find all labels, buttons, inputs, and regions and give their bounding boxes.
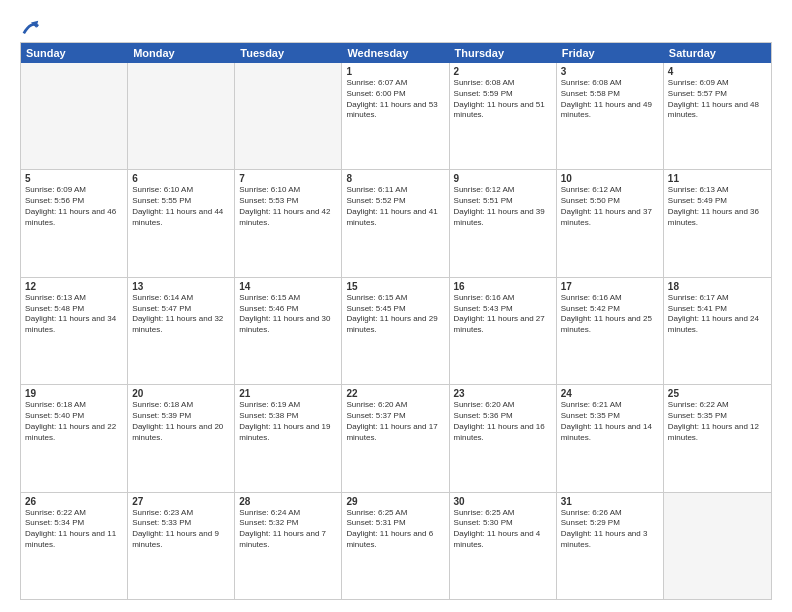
day-number: 7 xyxy=(239,173,337,184)
day-number: 17 xyxy=(561,281,659,292)
cell-info: Sunrise: 6:24 AM Sunset: 5:32 PM Dayligh… xyxy=(239,508,337,551)
calendar-row: 1Sunrise: 6:07 AM Sunset: 6:00 PM Daylig… xyxy=(21,63,771,170)
cell-info: Sunrise: 6:15 AM Sunset: 5:46 PM Dayligh… xyxy=(239,293,337,336)
cell-info: Sunrise: 6:23 AM Sunset: 5:33 PM Dayligh… xyxy=(132,508,230,551)
day-number: 25 xyxy=(668,388,767,399)
day-number: 13 xyxy=(132,281,230,292)
page: SundayMondayTuesdayWednesdayThursdayFrid… xyxy=(0,0,792,612)
calendar-cell: 25Sunrise: 6:22 AM Sunset: 5:35 PM Dayli… xyxy=(664,385,771,491)
calendar-cell xyxy=(128,63,235,169)
header xyxy=(20,18,772,36)
cell-info: Sunrise: 6:26 AM Sunset: 5:29 PM Dayligh… xyxy=(561,508,659,551)
day-number: 26 xyxy=(25,496,123,507)
day-number: 29 xyxy=(346,496,444,507)
calendar-cell: 18Sunrise: 6:17 AM Sunset: 5:41 PM Dayli… xyxy=(664,278,771,384)
cell-info: Sunrise: 6:12 AM Sunset: 5:50 PM Dayligh… xyxy=(561,185,659,228)
calendar: SundayMondayTuesdayWednesdayThursdayFrid… xyxy=(20,42,772,600)
cell-info: Sunrise: 6:14 AM Sunset: 5:47 PM Dayligh… xyxy=(132,293,230,336)
day-number: 3 xyxy=(561,66,659,77)
calendar-cell: 10Sunrise: 6:12 AM Sunset: 5:50 PM Dayli… xyxy=(557,170,664,276)
calendar-row: 5Sunrise: 6:09 AM Sunset: 5:56 PM Daylig… xyxy=(21,170,771,277)
cell-info: Sunrise: 6:18 AM Sunset: 5:39 PM Dayligh… xyxy=(132,400,230,443)
day-number: 31 xyxy=(561,496,659,507)
calendar-cell: 9Sunrise: 6:12 AM Sunset: 5:51 PM Daylig… xyxy=(450,170,557,276)
cell-info: Sunrise: 6:20 AM Sunset: 5:36 PM Dayligh… xyxy=(454,400,552,443)
day-number: 8 xyxy=(346,173,444,184)
day-number: 16 xyxy=(454,281,552,292)
day-number: 23 xyxy=(454,388,552,399)
day-number: 22 xyxy=(346,388,444,399)
calendar-cell: 16Sunrise: 6:16 AM Sunset: 5:43 PM Dayli… xyxy=(450,278,557,384)
weekday-header: Tuesday xyxy=(235,43,342,63)
calendar-cell: 22Sunrise: 6:20 AM Sunset: 5:37 PM Dayli… xyxy=(342,385,449,491)
calendar-cell: 13Sunrise: 6:14 AM Sunset: 5:47 PM Dayli… xyxy=(128,278,235,384)
weekday-header: Saturday xyxy=(664,43,771,63)
day-number: 2 xyxy=(454,66,552,77)
cell-info: Sunrise: 6:13 AM Sunset: 5:49 PM Dayligh… xyxy=(668,185,767,228)
day-number: 6 xyxy=(132,173,230,184)
weekday-header: Thursday xyxy=(450,43,557,63)
calendar-cell xyxy=(664,493,771,599)
calendar-cell: 27Sunrise: 6:23 AM Sunset: 5:33 PM Dayli… xyxy=(128,493,235,599)
calendar-cell xyxy=(21,63,128,169)
calendar-cell: 5Sunrise: 6:09 AM Sunset: 5:56 PM Daylig… xyxy=(21,170,128,276)
day-number: 15 xyxy=(346,281,444,292)
cell-info: Sunrise: 6:20 AM Sunset: 5:37 PM Dayligh… xyxy=(346,400,444,443)
logo-icon xyxy=(22,18,40,36)
calendar-cell: 6Sunrise: 6:10 AM Sunset: 5:55 PM Daylig… xyxy=(128,170,235,276)
cell-info: Sunrise: 6:18 AM Sunset: 5:40 PM Dayligh… xyxy=(25,400,123,443)
day-number: 18 xyxy=(668,281,767,292)
cell-info: Sunrise: 6:12 AM Sunset: 5:51 PM Dayligh… xyxy=(454,185,552,228)
calendar-cell: 2Sunrise: 6:08 AM Sunset: 5:59 PM Daylig… xyxy=(450,63,557,169)
day-number: 5 xyxy=(25,173,123,184)
calendar-cell xyxy=(235,63,342,169)
calendar-cell: 11Sunrise: 6:13 AM Sunset: 5:49 PM Dayli… xyxy=(664,170,771,276)
day-number: 20 xyxy=(132,388,230,399)
cell-info: Sunrise: 6:16 AM Sunset: 5:42 PM Dayligh… xyxy=(561,293,659,336)
weekday-header: Sunday xyxy=(21,43,128,63)
calendar-cell: 8Sunrise: 6:11 AM Sunset: 5:52 PM Daylig… xyxy=(342,170,449,276)
calendar-row: 26Sunrise: 6:22 AM Sunset: 5:34 PM Dayli… xyxy=(21,493,771,599)
cell-info: Sunrise: 6:07 AM Sunset: 6:00 PM Dayligh… xyxy=(346,78,444,121)
day-number: 9 xyxy=(454,173,552,184)
day-number: 12 xyxy=(25,281,123,292)
cell-info: Sunrise: 6:22 AM Sunset: 5:35 PM Dayligh… xyxy=(668,400,767,443)
logo xyxy=(20,18,40,36)
cell-info: Sunrise: 6:16 AM Sunset: 5:43 PM Dayligh… xyxy=(454,293,552,336)
calendar-cell: 29Sunrise: 6:25 AM Sunset: 5:31 PM Dayli… xyxy=(342,493,449,599)
calendar-cell: 19Sunrise: 6:18 AM Sunset: 5:40 PM Dayli… xyxy=(21,385,128,491)
day-number: 21 xyxy=(239,388,337,399)
day-number: 27 xyxy=(132,496,230,507)
cell-info: Sunrise: 6:10 AM Sunset: 5:53 PM Dayligh… xyxy=(239,185,337,228)
calendar-cell: 17Sunrise: 6:16 AM Sunset: 5:42 PM Dayli… xyxy=(557,278,664,384)
day-number: 11 xyxy=(668,173,767,184)
day-number: 1 xyxy=(346,66,444,77)
day-number: 10 xyxy=(561,173,659,184)
calendar-cell: 4Sunrise: 6:09 AM Sunset: 5:57 PM Daylig… xyxy=(664,63,771,169)
calendar-cell: 7Sunrise: 6:10 AM Sunset: 5:53 PM Daylig… xyxy=(235,170,342,276)
calendar-cell: 15Sunrise: 6:15 AM Sunset: 5:45 PM Dayli… xyxy=(342,278,449,384)
cell-info: Sunrise: 6:10 AM Sunset: 5:55 PM Dayligh… xyxy=(132,185,230,228)
calendar-cell: 23Sunrise: 6:20 AM Sunset: 5:36 PM Dayli… xyxy=(450,385,557,491)
weekday-header: Friday xyxy=(557,43,664,63)
cell-info: Sunrise: 6:08 AM Sunset: 5:59 PM Dayligh… xyxy=(454,78,552,121)
calendar-cell: 21Sunrise: 6:19 AM Sunset: 5:38 PM Dayli… xyxy=(235,385,342,491)
day-number: 30 xyxy=(454,496,552,507)
calendar-cell: 31Sunrise: 6:26 AM Sunset: 5:29 PM Dayli… xyxy=(557,493,664,599)
calendar-cell: 1Sunrise: 6:07 AM Sunset: 6:00 PM Daylig… xyxy=(342,63,449,169)
day-number: 4 xyxy=(668,66,767,77)
calendar-row: 19Sunrise: 6:18 AM Sunset: 5:40 PM Dayli… xyxy=(21,385,771,492)
cell-info: Sunrise: 6:25 AM Sunset: 5:30 PM Dayligh… xyxy=(454,508,552,551)
calendar-cell: 3Sunrise: 6:08 AM Sunset: 5:58 PM Daylig… xyxy=(557,63,664,169)
calendar-cell: 24Sunrise: 6:21 AM Sunset: 5:35 PM Dayli… xyxy=(557,385,664,491)
calendar-cell: 12Sunrise: 6:13 AM Sunset: 5:48 PM Dayli… xyxy=(21,278,128,384)
cell-info: Sunrise: 6:11 AM Sunset: 5:52 PM Dayligh… xyxy=(346,185,444,228)
cell-info: Sunrise: 6:17 AM Sunset: 5:41 PM Dayligh… xyxy=(668,293,767,336)
day-number: 14 xyxy=(239,281,337,292)
day-number: 24 xyxy=(561,388,659,399)
weekday-header: Wednesday xyxy=(342,43,449,63)
cell-info: Sunrise: 6:15 AM Sunset: 5:45 PM Dayligh… xyxy=(346,293,444,336)
cell-info: Sunrise: 6:09 AM Sunset: 5:56 PM Dayligh… xyxy=(25,185,123,228)
calendar-cell: 26Sunrise: 6:22 AM Sunset: 5:34 PM Dayli… xyxy=(21,493,128,599)
calendar-cell: 20Sunrise: 6:18 AM Sunset: 5:39 PM Dayli… xyxy=(128,385,235,491)
